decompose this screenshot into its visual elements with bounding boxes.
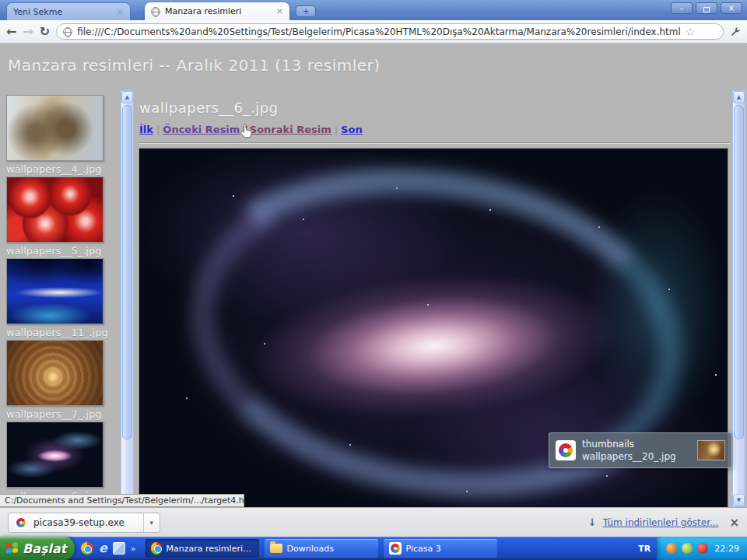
chrome-icon[interactable]: [81, 542, 93, 555]
scroll-up-icon[interactable]: ▲: [733, 91, 745, 103]
download-item-button[interactable]: picasa39-setup.exe ▾: [8, 513, 160, 533]
window-controls: – ×: [671, 2, 742, 14]
clock: 22:29: [714, 544, 739, 554]
mouse-cursor: [240, 123, 254, 143]
separator: |: [153, 124, 163, 135]
screen: Yeni Sekme × Manzara resimleri × + – × ←…: [0, 0, 747, 560]
notification-thumbnail-image: [697, 440, 725, 460]
thumbnail-label: wallpapers__7_.jpg: [6, 408, 103, 420]
show-desktop-icon[interactable]: [113, 542, 125, 555]
page-title: Manzara resimleri -- Aralık 2011 (13 res…: [8, 56, 381, 75]
internet-explorer-icon[interactable]: e: [99, 542, 107, 555]
thumbnail-label: wallpapers__4_.jpg: [6, 163, 103, 175]
close-button[interactable]: ×: [721, 2, 742, 14]
restore-button[interactable]: [696, 2, 717, 14]
download-arrow-icon: ↓: [588, 516, 597, 528]
list-item[interactable]: wallpapers__6_.jpg: [6, 422, 103, 502]
tray-antivirus-icon[interactable]: [697, 543, 708, 554]
reload-button[interactable]: ↻: [40, 26, 50, 38]
list-item[interactable]: wallpapers__4_.jpg: [6, 95, 103, 175]
taskbar: Başlat e » Manzara resimleri - G... Down…: [0, 537, 747, 560]
taskbar-item-label: Downloads: [287, 544, 334, 554]
url-text: file:///C:/Documents%20and%20Settings/Te…: [77, 26, 681, 37]
thumbnail-cherries-image[interactable]: [6, 177, 103, 243]
nav-link-first[interactable]: İlk: [139, 124, 153, 135]
picasa-icon: [389, 542, 402, 555]
divider: [139, 142, 730, 144]
window-scrollbar-thumb[interactable]: [734, 105, 744, 439]
tray-app-icon[interactable]: [682, 543, 693, 554]
nav-link-next[interactable]: Sonraki Resim: [250, 124, 331, 135]
restore-icon: [703, 7, 710, 12]
picasa-icon: [556, 440, 576, 460]
list-item[interactable]: wallpapers__7_.jpg: [6, 340, 103, 420]
page-security-globe-icon: [63, 27, 72, 37]
folder-icon: [270, 544, 282, 553]
notification-text: thumbnails wallpapers__20_.jpg: [582, 439, 691, 462]
taskbar-item-label: Manzara resimleri - G...: [167, 544, 254, 554]
thumbnail-label: wallpapers__11_.jpg: [6, 327, 103, 338]
picasa-setup-icon: [15, 516, 27, 529]
minimize-button[interactable]: –: [671, 2, 693, 14]
tab-manzara-resimleri[interactable]: Manzara resimleri ×: [145, 2, 289, 20]
taskbar-item-chrome[interactable]: Manzara resimleri - G...: [146, 539, 259, 558]
start-button[interactable]: Başlat: [0, 537, 75, 560]
thumbnail-galaxy-image[interactable]: [6, 422, 103, 488]
thumbnail-kittens-image[interactable]: [6, 95, 103, 161]
quick-launch-overflow-icon[interactable]: »: [131, 544, 136, 554]
tab-close-icon[interactable]: ×: [117, 8, 124, 16]
tray-volume-icon[interactable]: [666, 543, 677, 554]
status-bar: C:/Documents and Settings/Test/Belgeleri…: [0, 494, 244, 507]
download-filename: picasa39-setup.exe: [33, 517, 137, 528]
browser-toolbar: ← → ↻ file:///C:/Documents%20and%20Setti…: [0, 20, 747, 44]
sidebar-scrollbar[interactable]: ▲ ▼: [121, 90, 134, 507]
new-tab-button[interactable]: +: [296, 5, 316, 17]
list-item[interactable]: wallpapers__5_.jpg: [6, 177, 103, 257]
tab-new-tab[interactable]: Yeni Sekme ×: [6, 2, 131, 20]
scroll-up-icon[interactable]: ▲: [121, 91, 133, 103]
picasa-notification-popup[interactable]: thumbnails wallpapers__20_.jpg: [549, 432, 732, 468]
page-content: Manzara resimleri -- Aralık 2011 (13 res…: [0, 44, 747, 507]
download-bar-right: ↓ Tüm indirilenleri göster... ×: [588, 516, 739, 530]
address-bar[interactable]: file:///C:/Documents%20and%20Settings/Te…: [56, 23, 724, 40]
download-caret-icon[interactable]: ▾: [143, 513, 153, 532]
show-all-downloads-link[interactable]: Tüm indirilenleri göster...: [603, 517, 719, 528]
list-item[interactable]: wallpapers__11_.jpg: [6, 258, 103, 338]
nav-link-previous[interactable]: Önceki Resim: [163, 124, 240, 135]
tab-favicon-globe-icon: [151, 7, 160, 16]
taskbar-item-downloads[interactable]: Downloads: [265, 539, 378, 558]
taskbar-item-picasa[interactable]: Picasa 3: [384, 539, 497, 558]
scroll-down-icon[interactable]: ▼: [733, 494, 745, 506]
download-bar: picasa39-setup.exe ▾ ↓ Tüm indirilenleri…: [0, 507, 747, 537]
tab-label: Yeni Sekme: [13, 7, 62, 17]
tab-strip: Yeni Sekme × Manzara resimleri × + – ×: [0, 0, 747, 20]
windows-flag-icon: [6, 542, 18, 555]
chrome-icon: [151, 542, 162, 555]
quick-launch-bar: e »: [75, 537, 142, 560]
forward-button[interactable]: →: [23, 26, 33, 38]
bookmark-star-icon[interactable]: ☆: [686, 26, 696, 38]
start-button-label: Başlat: [23, 541, 66, 556]
sidebar-scrollbar-thumb[interactable]: [122, 105, 132, 439]
tab-label: Manzara resimleri: [165, 6, 241, 16]
stars-decoration: [233, 195, 234, 197]
thumbnail-wood-image[interactable]: [6, 340, 103, 406]
notification-filename: wallpapers__20_.jpg: [582, 451, 691, 462]
thumbnail-label: wallpapers__5_.jpg: [6, 245, 103, 257]
notification-title: thumbnails: [582, 439, 691, 450]
tab-close-icon[interactable]: ×: [276, 7, 283, 16]
system-tray: 22:29: [657, 537, 747, 560]
settings-wrench-icon[interactable]: [730, 26, 741, 37]
nav-link-last[interactable]: Son: [341, 124, 363, 135]
download-bar-close-icon[interactable]: ×: [729, 516, 739, 530]
taskbar-item-label: Picasa 3: [406, 544, 441, 554]
window-scrollbar[interactable]: ▲ ▼: [732, 90, 745, 507]
language-indicator[interactable]: TR: [632, 544, 657, 554]
back-button[interactable]: ←: [6, 26, 16, 38]
image-title: wallpapers__6_.jpg: [139, 100, 279, 116]
separator: |: [331, 124, 341, 135]
thumbnail-pool-image[interactable]: [6, 258, 103, 324]
